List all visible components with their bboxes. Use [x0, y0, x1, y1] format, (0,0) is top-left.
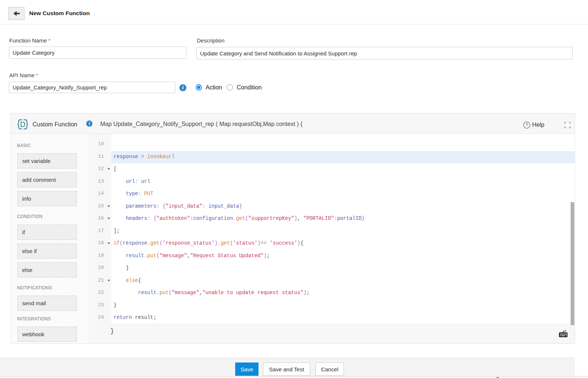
svg-text:?: ?	[526, 123, 528, 127]
